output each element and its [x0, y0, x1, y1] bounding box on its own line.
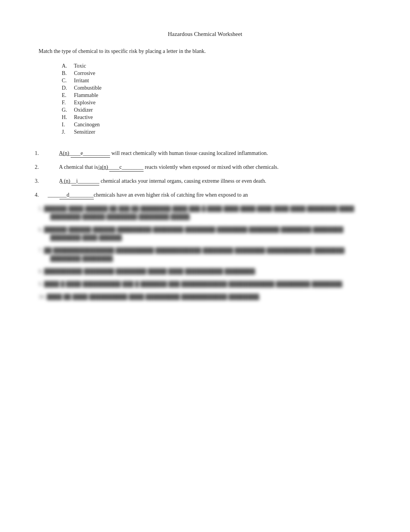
chemical-list-item: B. Corrosive: [62, 70, 371, 76]
answer-blank: ______i________: [71, 177, 99, 185]
question-item-4: 4. _______d_________chemicals have an ev…: [46, 191, 371, 199]
chemical-list-item: H. Reactive: [62, 114, 371, 121]
questions-list: 1. A(n) ________e__________ will react c…: [46, 149, 371, 199]
instructions-text: Match the type of chemical to its specif…: [39, 48, 371, 54]
blurred-question-6: 6. ██████ ██████ ██████ █████████ ██████…: [39, 226, 371, 242]
chemical-list-item: D. Combustible: [62, 85, 371, 91]
chemical-list-item: J. Sensitizer: [62, 129, 371, 135]
blurred-question-5: 5. ██████ ████ ██████ ██ ███ ██ ████████…: [39, 205, 371, 221]
blurred-content: 5. ██████ ████ ██████ ██ ███ ██ ████████…: [39, 205, 371, 301]
chemical-list-item: I. Cancinogen: [62, 122, 371, 128]
question-number: 2.: [46, 163, 58, 171]
chemical-list-item: F. Explosive: [62, 100, 371, 106]
question-item-2: 2. A chemical that is/a(n) ________c____…: [46, 163, 371, 172]
question-number: 3.: [46, 177, 58, 185]
page-title: Hazardous Chemical Worksheet: [39, 31, 371, 37]
answer-blank: ________c________: [109, 163, 143, 172]
chemical-list: A. ToxicB. CorrosiveC. IrritantD. Combus…: [62, 63, 371, 135]
chemical-list-item: C. Irritant: [62, 78, 371, 84]
blurred-question-9: 9. ████ █ ████ ██████████ ███ █ ███████ …: [39, 280, 371, 288]
chemical-list-item: E. Flammable: [62, 92, 371, 99]
blurred-question-8: 8. ██████████ ████████ ████████ █████ ██…: [39, 267, 371, 275]
answer-blank: ________e__________: [71, 149, 110, 158]
blurred-question-10: 10. ████ ██ ████ ██████████ ████ ███████…: [39, 293, 371, 301]
blurred-question-7: 7. ██ ████████████████ ██████████ ██████…: [39, 246, 371, 263]
question-item-3: 3. A (n) ______i________ chemical attack…: [46, 177, 371, 185]
chemical-list-item: A. Toxic: [62, 63, 371, 69]
chemical-list-item: G. Oxidizer: [62, 107, 371, 113]
question-item-1: 1. A(n) ________e__________ will react c…: [46, 149, 371, 158]
answer-blank: _______d_________: [59, 191, 94, 199]
question-number: 1.: [46, 149, 58, 157]
